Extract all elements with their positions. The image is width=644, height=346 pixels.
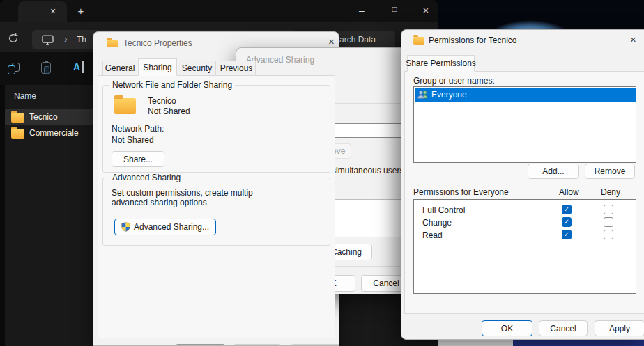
explorer-tab[interactable]	[18, 1, 67, 22]
deny-checkbox[interactable]	[604, 230, 613, 239]
user-row-label: Everyone	[431, 90, 467, 100]
add-user-button[interactable]: Add...	[528, 164, 579, 179]
advanced-desc-line2: advanced sharing options.	[112, 198, 209, 207]
tab-general[interactable]: General	[102, 61, 137, 76]
deny-checkbox[interactable]	[604, 205, 613, 214]
copy-icon[interactable]	[7, 61, 22, 77]
folder-row-commerciale[interactable]: Commerciale	[4, 125, 93, 141]
tab-sharing[interactable]: Sharing	[138, 58, 177, 76]
copy-icon-front	[8, 65, 15, 74]
allow-column-header: Allow	[559, 187, 579, 197]
tab-security[interactable]: Security	[178, 61, 216, 76]
folder-name: Tecnico	[148, 96, 176, 106]
folder-icon	[11, 129, 24, 139]
dialog-folder-icon	[107, 40, 118, 47]
window-close-icon[interactable]: ×	[417, 5, 435, 15]
column-header-name[interactable]: Name	[14, 91, 36, 101]
allow-checkbox[interactable]: ✓	[562, 217, 572, 227]
tab-label: Previous	[220, 63, 253, 73]
folder-row-tecnico[interactable]: Tecnico	[4, 109, 93, 125]
rename-icon[interactable]: A	[73, 61, 89, 76]
permission-row: Change ✓	[414, 217, 636, 229]
this-pc-icon	[42, 35, 54, 47]
allow-checkbox[interactable]: ✓	[562, 230, 572, 239]
permission-row: Full Control ✓	[414, 204, 636, 217]
permissions-ok-button[interactable]: OK	[482, 320, 532, 336]
refresh-icon[interactable]	[8, 33, 19, 46]
properties-close-icon[interactable]: ×	[328, 36, 335, 47]
group-label: Network File and Folder Sharing	[109, 80, 235, 90]
folder-icon	[11, 113, 24, 123]
paste-icon[interactable]	[39, 61, 54, 76]
permission-name: Change	[422, 218, 452, 228]
user-row-everyone[interactable]: Everyone	[415, 88, 636, 102]
network-sharing-group: Network File and Folder Sharing Tecnico …	[102, 85, 330, 173]
window-maximize-icon[interactable]: □	[385, 5, 404, 13]
permission-name: Full Control	[422, 205, 465, 215]
screen: × + – □ × › Th arch Data	[0, 0, 644, 346]
desktop-wallpaper	[438, 0, 644, 29]
uac-shield-icon	[121, 222, 130, 232]
group-user-listbox[interactable]: Everyone	[413, 86, 636, 163]
folder-row-label: Tecnico	[29, 112, 58, 122]
permissions-dialog: Permissions for Tecnico × Share Permissi…	[401, 29, 644, 340]
properties-dialog-title: Tecnico Properties	[123, 38, 192, 48]
paste-icon-page	[44, 66, 49, 74]
tab-close-icon[interactable]: ×	[47, 6, 59, 16]
rename-icon-cursor	[82, 61, 84, 73]
deny-checkbox[interactable]	[604, 217, 613, 227]
breadcrumb-chevron-icon: ›	[64, 33, 68, 45]
remove-user-button[interactable]: Remove	[585, 164, 635, 179]
group-label: Advanced Sharing	[109, 173, 183, 182]
tab-label: Security	[182, 63, 212, 73]
folder-row-label: Commerciale	[29, 128, 79, 138]
permissions-close-icon[interactable]: ×	[630, 34, 636, 45]
permissions-for-label: Permissions for Everyone	[413, 187, 509, 197]
tab-previous-versions[interactable]: Previous	[217, 61, 256, 76]
explorer-left-edge	[0, 85, 5, 346]
folder-share-state: Not Shared	[148, 107, 190, 116]
rename-icon-letter: A	[73, 61, 80, 72]
advanced-sharing-button[interactable]: Advanced Sharing...	[114, 219, 216, 235]
network-path-label: Network Path:	[112, 124, 164, 134]
users-group-icon	[417, 90, 429, 102]
advanced-sharing-group: Advanced Sharing Set custom permissions,…	[102, 178, 330, 246]
breadcrumb[interactable]: Th	[77, 35, 86, 45]
allow-checkbox[interactable]: ✓	[562, 205, 572, 214]
desktop-strip-blue	[513, 340, 644, 346]
deny-column-header: Deny	[601, 187, 620, 197]
network-path-value: Not Shared	[112, 135, 154, 145]
permissions-cancel-button[interactable]: Cancel	[539, 320, 588, 336]
share-button[interactable]: Share...	[112, 151, 164, 167]
permission-row: Read ✓	[414, 229, 636, 242]
tab-label: Share Permissions	[406, 58, 476, 68]
advanced-dialog-title: Advanced Sharing	[246, 55, 314, 65]
new-tab-icon[interactable]: +	[75, 6, 86, 16]
tab-label: General	[105, 63, 135, 73]
tab-share-permissions[interactable]: Share Permissions	[407, 55, 475, 72]
permissions-listbox[interactable]: Full Control ✓ Change ✓ Read ✓	[413, 199, 636, 294]
permission-name: Read	[422, 230, 443, 240]
permissions-dialog-title: Permissions for Tecnico	[429, 36, 517, 45]
shared-folder-icon	[114, 98, 136, 114]
permissions-apply-button[interactable]: Apply	[595, 320, 644, 336]
window-minimize-icon[interactable]: –	[353, 6, 371, 15]
advanced-desc-line1: Set custom permissions, create multip	[112, 188, 253, 198]
dialog-folder-icon	[413, 37, 424, 45]
properties-dialog: Tecnico Properties × General Sharing Sec…	[93, 31, 339, 346]
tab-label: Sharing	[143, 63, 171, 72]
advanced-sharing-button-label: Advanced Sharing...	[134, 222, 209, 232]
desktop-strip-light	[438, 340, 513, 346]
search-box-text: arch Data	[339, 35, 376, 45]
group-user-names-label: Group or user names:	[413, 76, 495, 86]
